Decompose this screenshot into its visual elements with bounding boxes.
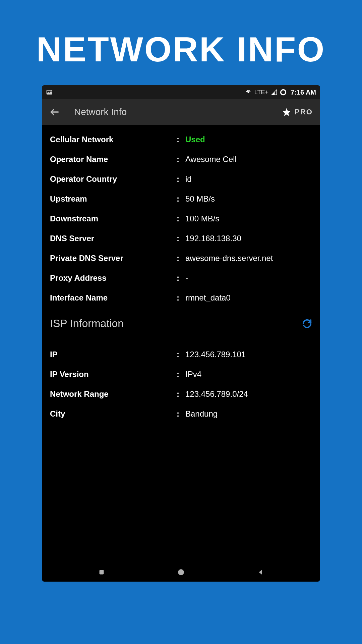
info-row: Upstream:50 MB/s [50,194,312,204]
page-title: Network Info [74,107,282,117]
promo-title: NETWORK INFO [37,30,326,68]
info-label: Network Range [50,389,177,399]
nav-recent-button[interactable] [97,568,106,577]
content-area: Cellular Network:UsedOperator Name:Aweso… [42,125,320,563]
svg-rect-3 [100,570,104,575]
info-row: IP Version:IPv4 [50,370,312,379]
info-label: Downstream [50,214,177,223]
info-label: Operator Name [50,155,177,164]
info-row: IP:123.456.789.101 [50,350,312,359]
info-value: 50 MB/s [185,194,215,204]
picture-icon [46,89,53,96]
refresh-button[interactable] [302,319,312,329]
info-value: Awesome Cell [185,155,237,164]
info-row: Operator Name:Awesome Cell [50,155,312,164]
info-row: Downstream:100 MB/s [50,214,312,223]
status-time: 7:16 AM [291,89,316,96]
info-row: Operator Country:id [50,174,312,184]
info-colon: : [177,194,179,204]
info-label: City [50,409,177,419]
info-colon: : [177,409,179,419]
info-colon: : [177,155,179,164]
info-row: Network Range:123.456.789.0/24 [50,389,312,399]
isp-section-header: ISP Information [50,317,312,330]
info-row: Interface Name:rmnet_data0 [50,293,312,303]
info-label: Upstream [50,194,177,204]
nav-back-button[interactable] [256,568,265,577]
info-value: Bandung [185,409,218,419]
info-value: 123.456.789.101 [185,350,246,359]
info-label: Operator Country [50,174,177,184]
info-label: Interface Name [50,293,177,303]
lte-label: LTE+ [254,89,268,96]
isp-section-title: ISP Information [50,317,124,330]
info-label: IP [50,350,177,359]
star-icon [282,107,291,117]
info-value: id [185,174,192,184]
back-button[interactable] [49,107,60,117]
info-value: 192.168.138.30 [185,234,241,243]
app-bar: Network Info PRO [42,99,320,125]
info-colon: : [177,350,179,359]
info-row: Cellular Network:Used [50,135,312,144]
info-label: Cellular Network [50,135,177,144]
info-colon: : [177,370,179,379]
circle-icon [280,89,287,96]
info-value: Used [185,135,205,144]
info-value: 123.456.789.0/24 [185,389,248,399]
info-row: City:Bandung [50,409,312,419]
phone-screen: LTE+ 7:16 AM Network Info PRO Cellular N… [42,85,320,582]
info-value: awesome-dns.server.net [185,254,273,263]
pro-label: PRO [295,108,313,116]
info-value: 100 MB/s [185,214,219,223]
info-row: Private DNS Server:awesome-dns.server.ne… [50,254,312,263]
info-colon: : [177,234,179,243]
info-colon: : [177,174,179,184]
nav-home-button[interactable] [176,568,186,577]
svg-point-4 [178,569,184,575]
hotspot-icon [245,89,252,96]
info-row: Proxy Address:- [50,273,312,283]
info-row: DNS Server:192.168.138.30 [50,234,312,243]
signal-icon [271,89,277,95]
info-colon: : [177,254,179,263]
info-label: Private DNS Server [50,254,177,263]
info-colon: : [177,214,179,223]
svg-point-1 [248,92,249,93]
info-colon: : [177,293,179,303]
info-label: IP Version [50,370,177,379]
info-value: - [185,273,188,283]
info-value: rmnet_data0 [185,293,231,303]
info-colon: : [177,389,179,399]
navigation-bar [42,563,320,582]
info-colon: : [177,273,179,283]
info-value: IPv4 [185,370,201,379]
svg-point-2 [281,90,286,95]
info-label: Proxy Address [50,273,177,283]
info-label: DNS Server [50,234,177,243]
pro-button[interactable]: PRO [282,107,313,117]
info-colon: : [177,135,179,144]
status-bar: LTE+ 7:16 AM [42,85,320,99]
